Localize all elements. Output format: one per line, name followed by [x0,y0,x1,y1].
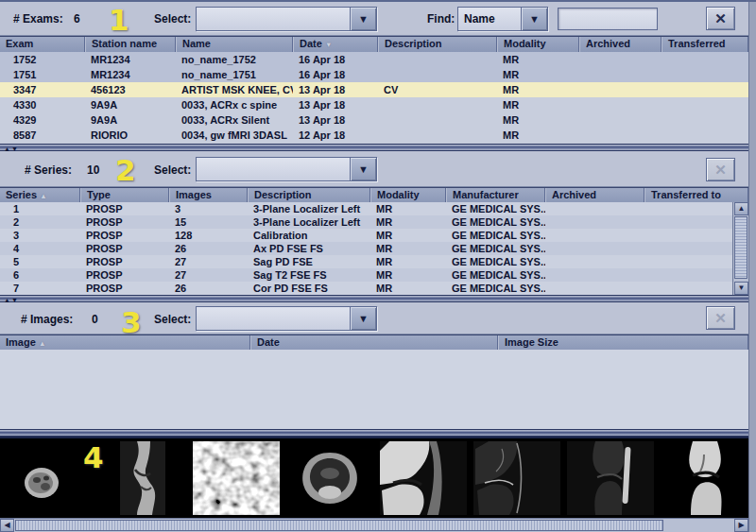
image-size-col-header[interactable]: Image Size [498,335,748,351]
modality-col-header[interactable]: Modality [370,188,446,203]
images-count-label: # Images: [21,313,73,326]
sort-asc-icon: ▲ [39,339,46,348]
sort-desc-icon: ▼ [325,41,333,49]
find-label: Find: [427,12,455,26]
thumbnail-scroll-thumb[interactable] [15,520,663,531]
exam-col-header[interactable]: Exam [0,37,85,52]
exams-table-body: 1752MR1234no_name_175216 Apr 18MR 1751MR… [0,52,748,144]
find-input[interactable] [558,8,658,30]
modality-col-header[interactable]: Modality [497,37,579,52]
close-icon: ✕ [714,11,727,26]
type-col-header[interactable]: Type [80,188,169,203]
series-vertical-scrollbar[interactable]: ▲ ▼ [732,202,748,295]
series-row-5[interactable]: 5PROSP27Sag PD FSEMRGE MEDICAL SYS... [0,255,732,268]
exam-select-dropdown[interactable]: ▼ [196,7,377,31]
scroll-down-icon: ▼ [738,284,746,292]
series-row-4[interactable]: 4PROSP26Ax PD FSE FSMRGE MEDICAL SYS... [0,242,732,255]
annotation-2: 2 [115,153,136,187]
images-select-value[interactable] [197,307,350,330]
close-exams-button[interactable]: ✕ [706,7,735,30]
thumbnail-sagittal-knee-t2[interactable] [473,441,560,515]
transferred-col-header[interactable]: Transferred [662,37,748,52]
annotation-1: 1 [109,3,129,37]
images-table-body-empty [0,350,748,429]
date-col-header[interactable]: Date [250,335,498,351]
images-count-value: 0 [92,313,98,326]
close-icon: ✕ [714,163,727,177]
chevron-down-icon[interactable]: ▼ [521,8,547,30]
images-col-header[interactable]: Images [169,188,248,203]
exam-row-1751[interactable]: 1751MR1234no_name_175116 Apr 18MR [0,67,748,82]
images-thumbnails-splitter[interactable] [0,429,748,437]
series-scroll-thumb[interactable] [734,216,747,279]
archived-col-header[interactable]: Archived [545,188,644,203]
description-col-header[interactable]: Description [248,188,370,203]
patient-browser-window: # Exams: 6 Select: ▼ Find: Name ▼ ✕ Exam… [0,0,756,532]
thumbnail-coronal-knee-bright[interactable] [661,441,747,515]
thumbnail-axial-knee[interactable] [286,441,373,515]
thumbnail-axial-ankle[interactable] [6,441,93,515]
exam-row-8587[interactable]: 8587RIORIO0034, gw fMRI 3DASL12 Apr 18MR [0,128,748,143]
exams-table-header: Exam Station name Name Date▼ Description… [0,36,748,53]
close-icon: ✕ [714,311,727,325]
transferred-to-col-header[interactable]: Transferred to [644,188,748,203]
thumbnail-strip [0,437,748,518]
station-col-header[interactable]: Station name [85,37,176,52]
series-row-2[interactable]: 2PROSP153-Plane Localizer LeftMRGE MEDIC… [0,215,732,229]
scroll-right-button[interactable]: ▶ [734,519,748,532]
thumbnail-calibration-noise[interactable] [193,441,280,515]
exams-series-splitter[interactable]: ▲ ▼ [0,144,748,151]
thumbnail-sagittal-knee[interactable] [99,441,186,515]
series-table-body: 1PROSP33-Plane Localizer LeftMRGE MEDICA… [0,202,732,295]
series-select-value[interactable] [197,158,350,180]
series-count-value: 10 [87,163,99,177]
scroll-down-button[interactable]: ▼ [734,282,748,295]
annotation-3: 3 [121,305,142,339]
find-field-value[interactable]: Name [458,8,521,30]
series-row-3[interactable]: 3PROSP128CalibrationMRGE MEDICAL SYS... [0,229,732,242]
chevron-down-icon[interactable]: ▼ [350,8,376,30]
date-col-header[interactable]: Date▼ [293,37,378,52]
close-series-button-disabled: ✕ [706,158,735,181]
annotation-4: 4 [83,440,104,474]
exam-row-1752[interactable]: 1752MR1234no_name_175216 Apr 18MR [0,52,748,67]
window-right-border [748,2,756,532]
series-images-splitter[interactable]: ▲ ▼ [0,295,748,302]
series-row-6[interactable]: 6PROSP27Sag T2 FSE FSMRGE MEDICAL SYS... [0,268,732,282]
close-images-button-disabled: ✕ [706,306,735,330]
series-col-header[interactable]: Series▲ [0,188,80,203]
series-row-7[interactable]: 7PROSP26Cor PD FSE FSMRGE MEDICAL SYS... [0,282,732,295]
series-select-dropdown[interactable]: ▼ [196,157,377,181]
scroll-left-icon: ◀ [4,522,9,529]
exams-count-label: # Exams: [13,12,63,26]
archived-col-header[interactable]: Archived [579,37,662,52]
series-select-label: Select: [154,163,191,177]
chevron-down-icon[interactable]: ▼ [350,158,376,180]
exam-row-4329[interactable]: 43299A9A0033, ACRx Silent13 Apr 18MR [0,112,748,128]
sort-asc-icon: ▲ [40,192,47,200]
series-toolbar: # Series: 10 Select: ▼ ✕ [0,151,748,187]
series-row-1[interactable]: 1PROSP33-Plane Localizer LeftMRGE MEDICA… [0,202,732,215]
chevron-down-icon[interactable]: ▼ [350,307,376,330]
scroll-up-button[interactable]: ▲ [734,202,748,215]
images-select-dropdown[interactable]: ▼ [196,306,377,331]
exams-select-label: Select: [154,12,191,26]
find-field-dropdown[interactable]: Name ▼ [457,7,548,31]
exam-select-value[interactable] [197,8,350,30]
images-toolbar: # Images: 0 Select: ▼ ✕ [0,302,748,335]
name-col-header[interactable]: Name [176,37,293,52]
images-select-label: Select: [154,313,191,326]
scroll-right-icon: ▶ [738,522,744,529]
exam-row-4330[interactable]: 43309A9A0033, ACRx c spine13 Apr 18MR [0,97,748,112]
thumbnail-sagittal-knee-pd[interactable] [380,441,467,515]
exam-row-3347-selected[interactable]: 3347456123ARTIST MSK KNEE, CV...13 Apr 1… [0,82,748,97]
series-count-label: # Series: [25,163,72,177]
description-col-header[interactable]: Description [378,37,497,52]
scroll-up-icon: ▲ [738,205,746,213]
scroll-left-button[interactable]: ◀ [0,519,14,532]
manufacturer-col-header[interactable]: Manufacturer [446,188,545,203]
thumbnail-horizontal-scrollbar[interactable]: ◀ ▶ [0,518,748,532]
exams-count-value: 6 [74,12,80,26]
thumbnail-coronal-knee-dark[interactable] [567,441,654,515]
